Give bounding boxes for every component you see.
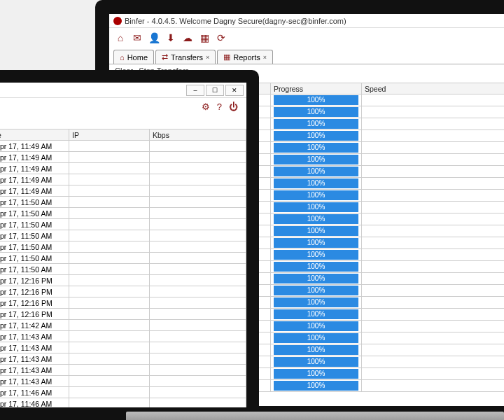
monitor-stand [126, 412, 504, 420]
kbps-cell [150, 320, 246, 331]
table-row[interactable]: Apr 17, 11:43 AM [0, 365, 246, 376]
ip-cell [69, 309, 150, 320]
main-toolbar: ⌂ ✉ 👤 ⬇ ☁ ▦ ⟳ [109, 28, 504, 48]
table-row[interactable]: Apr 17, 12:16 PM [0, 298, 246, 309]
table-row[interactable]: Apr 17, 11:43 AM [0, 354, 246, 365]
speed-cell [362, 178, 505, 190]
grid-icon[interactable]: ▦ [199, 32, 210, 43]
table-row[interactable]: Apr 17, 11:46 AM [0, 398, 246, 408]
tab-close-icon[interactable]: × [206, 54, 209, 61]
tab-icon: ▦ [223, 52, 230, 62]
col-header[interactable]: IP [69, 130, 150, 141]
table-row[interactable]: Apr 17, 12:16 PM [0, 286, 246, 298]
speed-cell [362, 202, 505, 214]
progress-bar: 100% [274, 95, 358, 105]
table-row[interactable]: Apr 17, 11:50 AM [0, 230, 246, 241]
speed-cell [362, 142, 505, 154]
progress-cell: 100% [271, 190, 362, 202]
table-row[interactable]: Apr 17, 11:43 AM [0, 342, 246, 354]
tab-close-icon[interactable]: × [263, 54, 267, 61]
kbps-cell [150, 174, 246, 186]
progress-cell: 100% [271, 285, 362, 297]
time-cell: Apr 17, 11:43 AM [0, 376, 69, 387]
tab-reports[interactable]: ▦Reports× [217, 50, 273, 64]
gear-icon[interactable]: ⚙ [202, 102, 210, 112]
progress-cell: 100% [271, 297, 362, 309]
progress-bar: 100% [274, 143, 358, 153]
progress-cell: 100% [271, 225, 362, 237]
table-row[interactable]: Apr 17, 11:49 AM [0, 174, 246, 186]
progress-bar: 100% [274, 369, 358, 379]
progress-bar: 100% [274, 202, 358, 212]
table-row[interactable]: Apr 17, 11:50 AM [0, 208, 246, 219]
progress-bar: 100% [274, 357, 358, 367]
power-icon[interactable]: ⏻ [229, 102, 238, 112]
table-row[interactable]: Apr 17, 11:50 AM [0, 264, 246, 275]
time-cell: Apr 17, 11:43 AM [0, 354, 69, 365]
table-row[interactable]: Apr 17, 12:16 PM [0, 309, 246, 320]
ip-cell [69, 264, 150, 275]
table-row[interactable]: Apr 17, 11:50 AM [0, 219, 246, 230]
front-app-window: – ☐ ✕ ⚙ ? ⏻ teIPKbpsApr 17, 11:49 AMApr … [0, 83, 246, 407]
download-icon[interactable]: ⬇ [165, 32, 176, 43]
kbps-cell [150, 309, 246, 320]
col-header[interactable]: Speed [362, 83, 505, 94]
table-row[interactable]: Apr 17, 11:43 AM [0, 331, 246, 342]
col-header[interactable]: Progress [271, 83, 362, 94]
cloud-icon[interactable]: ☁ [182, 32, 193, 43]
help-icon[interactable]: ? [217, 102, 222, 112]
kbps-cell [150, 141, 246, 152]
progress-cell: 100% [271, 273, 362, 285]
kbps-cell [150, 264, 246, 275]
table-row[interactable]: Apr 17, 11:50 AM [0, 197, 246, 208]
progress-cell: 100% [271, 106, 362, 118]
progress-cell: 100% [271, 130, 362, 142]
progress-bar: 100% [274, 381, 358, 391]
mail-icon[interactable]: ✉ [132, 32, 143, 43]
kbps-cell [150, 275, 246, 286]
time-cell: Apr 17, 11:50 AM [0, 241, 69, 253]
user-icon[interactable]: 👤 [148, 32, 160, 43]
progress-cell: 100% [271, 237, 362, 249]
kbps-cell [150, 219, 246, 230]
window-controls: – ☐ ✕ [0, 83, 246, 98]
kbps-cell [150, 208, 246, 219]
close-button[interactable]: ✕ [225, 85, 244, 96]
speed-cell [362, 118, 505, 130]
table-row[interactable]: Apr 17, 11:43 AM [0, 376, 246, 387]
table-row[interactable]: Apr 17, 11:46 AM [0, 387, 246, 398]
refresh-icon[interactable]: ⟳ [216, 32, 227, 43]
speed-cell [362, 309, 505, 321]
tab-home[interactable]: ⌂Home [113, 50, 154, 64]
table-row[interactable]: Apr 17, 11:49 AM [0, 141, 246, 152]
home-icon[interactable]: ⌂ [115, 32, 126, 43]
table-row[interactable]: Apr 17, 11:49 AM [0, 152, 246, 163]
table-row[interactable]: Apr 17, 11:50 AM [0, 253, 246, 264]
speed-cell [362, 225, 505, 237]
kbps-cell [150, 376, 246, 387]
minimize-button[interactable]: – [186, 85, 204, 96]
time-cell: Apr 17, 11:50 AM [0, 219, 69, 230]
progress-bar: 100% [274, 274, 358, 284]
ip-cell [69, 230, 150, 241]
time-cell: Apr 17, 11:49 AM [0, 141, 69, 152]
progress-cell: 100% [271, 356, 362, 368]
tab-transfers[interactable]: ⇄Transfers× [155, 50, 216, 64]
table-row[interactable]: Apr 17, 11:42 AM [0, 320, 246, 331]
titlebar: Binfer - 4.0.4.5. Welcome Dagny Secure(d… [109, 14, 504, 28]
table-row[interactable]: Apr 17, 11:49 AM [0, 163, 246, 174]
progress-cell: 100% [271, 202, 362, 214]
maximize-button[interactable]: ☐ [206, 85, 224, 96]
ip-cell [69, 163, 150, 174]
table-row[interactable]: Apr 17, 11:50 AM [0, 241, 246, 253]
speed-cell [362, 94, 505, 106]
time-cell: Apr 17, 11:43 AM [0, 365, 69, 376]
col-header[interactable]: te [0, 130, 69, 141]
speed-cell [362, 344, 505, 356]
col-header[interactable]: Kbps [150, 130, 246, 141]
table-row[interactable]: Apr 17, 12:16 PM [0, 275, 246, 286]
kbps-cell [150, 354, 246, 365]
speed-cell [362, 261, 505, 273]
tab-icon: ⇄ [162, 52, 168, 62]
table-row[interactable]: Apr 17, 11:49 AM [0, 186, 246, 197]
